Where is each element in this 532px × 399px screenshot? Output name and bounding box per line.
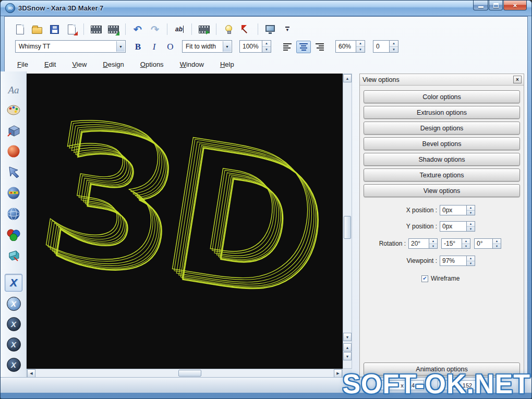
spin-down-icon[interactable]: ▼ <box>493 244 501 249</box>
panel-header[interactable]: View options × <box>360 74 524 86</box>
spin-down-icon[interactable]: ▼ <box>467 261 475 266</box>
viewpoint-input[interactable]: 97% <box>440 256 467 266</box>
menu-options[interactable]: Options <box>139 59 165 69</box>
color-options-button[interactable]: Color options <box>364 90 520 103</box>
rotation-y-input[interactable]: -15° <box>441 238 462 249</box>
chevron-down-icon[interactable]: ▼ <box>223 41 231 52</box>
spin-up-icon[interactable]: ▲ <box>493 239 501 244</box>
title-bar[interactable]: 3D 3DSnow - Xara 3D Maker 7 × <box>1 1 531 16</box>
menu-help[interactable]: Help <box>219 59 235 69</box>
chevron-down-icon[interactable]: ▼ <box>116 41 125 52</box>
undo-button[interactable]: ↶ <box>131 22 144 36</box>
maximize-button[interactable] <box>489 1 503 10</box>
scroll-left-button[interactable]: ◀ <box>27 369 35 378</box>
xara-style-3-tool[interactable]: X <box>5 335 22 353</box>
spin-down-icon[interactable]: ▼ <box>467 227 475 232</box>
minimize-button[interactable] <box>473 1 488 10</box>
bevel-options-tool[interactable] <box>5 142 22 160</box>
horizontal-scroll-thumb[interactable] <box>178 370 201 377</box>
rotation-z-spinner[interactable]: ▲▼ <box>493 238 501 249</box>
scroll-right-button[interactable]: ▶ <box>334 369 342 378</box>
xara-style-selected-tool[interactable]: X <box>5 274 22 292</box>
animation-frames-button[interactable] <box>89 22 103 36</box>
design-options-button[interactable]: Design options <box>364 122 520 135</box>
spin-up-icon[interactable]: ▲ <box>462 239 470 244</box>
color-picker-button[interactable] <box>239 22 252 36</box>
animation-tool[interactable] <box>5 247 22 264</box>
tracking-input[interactable]: 0 <box>373 40 390 53</box>
shadow-options-button[interactable]: Shadow options <box>364 153 520 166</box>
pan-up-button[interactable]: ▲ <box>343 343 352 352</box>
close-button[interactable]: × <box>503 1 527 10</box>
scroll-up-button[interactable]: ▲ <box>343 74 352 82</box>
export-button[interactable] <box>65 22 78 36</box>
xara-style-2-tool[interactable]: X <box>5 315 22 333</box>
spin-up-icon[interactable]: ▲ <box>262 41 271 47</box>
spin-up-icon[interactable]: ▲ <box>390 41 398 47</box>
spin-down-icon[interactable]: ▼ <box>390 47 398 53</box>
zoom-input[interactable]: 100% <box>239 40 262 53</box>
spin-up-icon[interactable]: ▲ <box>467 205 475 211</box>
outline-button[interactable]: O <box>163 40 177 54</box>
style-options-tool[interactable] <box>5 226 22 244</box>
text-options-tool[interactable]: Aa <box>5 81 22 99</box>
x-position-input[interactable]: 0px <box>440 205 467 215</box>
vertical-scroll-thumb[interactable] <box>344 216 351 239</box>
bevel-options-button[interactable]: Bevel options <box>364 137 520 150</box>
xara-style-4-tool[interactable]: X <box>5 356 22 373</box>
extrusion-options-tool[interactable] <box>5 122 22 139</box>
spin-up-icon[interactable]: ▲ <box>356 41 365 47</box>
align-right-button[interactable] <box>312 41 327 53</box>
spin-down-icon[interactable]: ▼ <box>467 211 475 215</box>
font-select[interactable]: Whimsy TT ▼ <box>15 40 126 53</box>
new-document-button[interactable] <box>13 22 27 36</box>
scene-options-tool[interactable] <box>5 205 22 223</box>
xara-style-1-tool[interactable]: X <box>5 295 22 312</box>
animation-preview-button[interactable] <box>197 22 211 36</box>
texture-options-button[interactable]: Texture options <box>364 168 520 182</box>
align-left-button[interactable] <box>280 41 295 53</box>
italic-button[interactable]: I <box>147 40 161 54</box>
view-options-button[interactable]: View options <box>364 184 520 197</box>
lighting-button[interactable] <box>222 22 235 36</box>
align-center-button[interactable] <box>296 41 311 53</box>
y-position-spinner[interactable]: ▲▼ <box>467 221 475 232</box>
viewpoint-spinner[interactable]: ▲▼ <box>467 256 475 266</box>
rotation-x-input[interactable]: 20° <box>408 238 429 249</box>
spin-down-icon[interactable]: ▼ <box>462 244 470 249</box>
wireframe-checkbox[interactable]: ✔ <box>421 275 428 282</box>
toolbar-overflow-button[interactable]: ▼ <box>281 22 294 36</box>
save-button[interactable] <box>47 22 61 36</box>
menu-file[interactable]: File <box>16 59 29 69</box>
x-position-spinner[interactable]: ▲▼ <box>467 205 475 215</box>
zoom-spinner[interactable]: ▲▼ <box>262 40 271 53</box>
animation-export-button[interactable] <box>106 22 120 36</box>
open-file-button[interactable] <box>30 22 44 36</box>
pan-down-button[interactable]: ▼ <box>343 352 352 360</box>
menu-view[interactable]: View <box>71 59 88 69</box>
y-position-input[interactable]: 0px <box>440 221 467 232</box>
spin-up-icon[interactable]: ▲ <box>429 239 437 244</box>
bold-button[interactable]: B <box>131 40 145 54</box>
rotation-x-spinner[interactable]: ▲▼ <box>429 238 438 249</box>
redo-button[interactable]: ↷ <box>148 22 162 36</box>
extrusion-options-button[interactable]: Extrusion options <box>364 106 520 119</box>
menu-edit[interactable]: Edit <box>43 59 57 69</box>
scroll-down-button[interactable]: ▼ <box>343 333 352 341</box>
rotation-y-spinner[interactable]: ▲▼ <box>462 238 470 249</box>
horizontal-scrollbar[interactable]: ◀ ▶ <box>27 369 343 378</box>
spin-down-icon[interactable]: ▼ <box>356 47 365 53</box>
vertical-scrollbar[interactable]: ▲ ▼ ▲ ▼ <box>343 74 352 369</box>
spin-up-icon[interactable]: ▲ <box>467 256 475 261</box>
line-spacing-spinner[interactable]: ▲▼ <box>356 40 365 53</box>
spin-down-icon[interactable]: ▼ <box>262 47 271 53</box>
color-options-tool[interactable] <box>5 101 22 119</box>
menu-window[interactable]: Window <box>179 59 205 69</box>
fit-mode-select[interactable]: Fit to width ▼ <box>182 40 232 53</box>
shadow-options-tool[interactable] <box>5 163 22 181</box>
edit-text-button[interactable]: ab <box>173 22 186 36</box>
spin-down-icon[interactable]: ▼ <box>429 244 437 249</box>
document-canvas[interactable]: 3D 3D 3D 3D 3D 3D 3D <box>27 74 343 369</box>
menu-design[interactable]: Design <box>102 59 125 69</box>
texture-options-tool[interactable] <box>5 184 22 202</box>
